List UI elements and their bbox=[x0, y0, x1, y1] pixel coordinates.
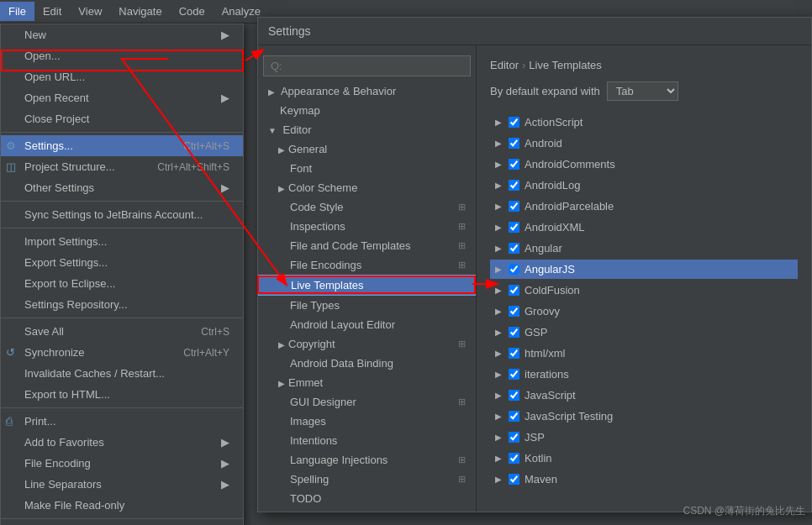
template-group-angular[interactable]: ▶ Angular bbox=[490, 239, 798, 258]
coldfusion-label: ColdFusion bbox=[525, 284, 580, 297]
menu-export-html[interactable]: Export to HTML... bbox=[1, 384, 243, 405]
menu-power-save[interactable]: Power Save Mode bbox=[1, 522, 243, 525]
template-group-html-xml[interactable]: ▶ html/xml bbox=[490, 344, 798, 363]
menu-settings-repo[interactable]: Settings Repository... bbox=[1, 294, 243, 315]
maven-checkbox[interactable] bbox=[509, 474, 519, 485]
menu-sync-jetbrains[interactable]: Sync Settings to JetBrains Account... bbox=[1, 204, 243, 225]
menu-new[interactable]: New ▶ bbox=[1, 24, 243, 45]
settings-item-spelling[interactable]: Spelling ⊞ bbox=[258, 470, 476, 489]
androidparcelable-checkbox[interactable] bbox=[509, 201, 519, 212]
androidlog-checkbox[interactable] bbox=[509, 180, 519, 191]
gsp-checkbox[interactable] bbox=[509, 327, 519, 338]
settings-item-color-scheme[interactable]: ▶Color Scheme bbox=[258, 178, 476, 197]
template-group-javascript[interactable]: ▶ JavaScript bbox=[490, 386, 798, 405]
javascript-checkbox[interactable] bbox=[509, 390, 519, 401]
androidcomments-label: AndroidComments bbox=[525, 158, 615, 171]
settings-item-gui-designer-label: GUI Designer bbox=[278, 396, 356, 408]
angular-checkbox[interactable] bbox=[509, 243, 519, 254]
settings-section-appearance[interactable]: ▶ Appearance & Behavior bbox=[258, 81, 476, 101]
settings-item-android-data-binding[interactable]: Android Data Binding bbox=[258, 354, 476, 373]
settings-item-gui-designer[interactable]: GUI Designer ⊞ bbox=[258, 392, 476, 412]
kotlin-checkbox[interactable] bbox=[509, 453, 519, 464]
menu-code[interactable]: Code bbox=[171, 2, 214, 21]
template-group-coldfusion[interactable]: ▶ ColdFusion bbox=[490, 281, 798, 300]
menu-settings-shortcut: Ctrl+Alt+S bbox=[183, 140, 229, 152]
sync-icon: ↺ bbox=[6, 346, 15, 359]
settings-item-intentions[interactable]: Intentions bbox=[258, 431, 476, 450]
coldfusion-checkbox[interactable] bbox=[509, 285, 519, 296]
settings-item-inspections[interactable]: Inspections ⊞ bbox=[258, 217, 476, 236]
template-group-actionscript[interactable]: ▶ ActionScript bbox=[490, 113, 798, 132]
menu-edit[interactable]: Edit bbox=[34, 2, 70, 21]
menu-other-settings-arrow: ▶ bbox=[221, 181, 229, 194]
groovy-checkbox[interactable] bbox=[509, 306, 519, 317]
menu-add-favorites[interactable]: Add to Favorites ▶ bbox=[1, 432, 243, 453]
settings-item-language-injections[interactable]: Language Injections ⊞ bbox=[258, 450, 476, 470]
settings-item-font[interactable]: Font bbox=[258, 159, 476, 178]
android-checkbox[interactable] bbox=[509, 138, 519, 149]
menu-close-project[interactable]: Close Project bbox=[1, 108, 243, 129]
menu-open-url[interactable]: Open URL... bbox=[1, 66, 243, 87]
settings-item-general[interactable]: ▶General bbox=[258, 139, 476, 159]
menu-export-settings[interactable]: Export Settings... bbox=[1, 252, 243, 273]
menu-navigate[interactable]: Navigate bbox=[110, 2, 170, 21]
template-group-kotlin[interactable]: ▶ Kotlin bbox=[490, 449, 798, 468]
template-group-androidxml[interactable]: ▶ AndroidXML bbox=[490, 218, 798, 237]
menu-other-settings[interactable]: Other Settings ▶ bbox=[1, 177, 243, 198]
template-group-list: ▶ ActionScript ▶ Android ▶ AndroidCommen… bbox=[490, 113, 798, 489]
menu-open-recent[interactable]: Open Recent ▶ bbox=[1, 87, 243, 108]
settings-item-live-templates[interactable]: Live Templates bbox=[258, 275, 476, 296]
javascript-testing-checkbox[interactable] bbox=[509, 411, 519, 422]
menu-settings[interactable]: ⚙ Settings... Ctrl+Alt+S bbox=[1, 135, 243, 156]
template-group-androidcomments[interactable]: ▶ AndroidComments bbox=[490, 155, 798, 174]
settings-item-android-layout[interactable]: Android Layout Editor bbox=[258, 315, 476, 334]
menu-open-label: Open... bbox=[24, 50, 61, 62]
settings-item-code-style[interactable]: Code Style ⊞ bbox=[258, 197, 476, 217]
template-group-jsp[interactable]: ▶ JSP bbox=[490, 428, 798, 447]
menu-view[interactable]: View bbox=[70, 2, 110, 21]
expand-default-select[interactable]: Tab Space Enter bbox=[607, 81, 678, 101]
template-group-maven[interactable]: ▶ Maven bbox=[490, 470, 798, 489]
menu-make-readonly[interactable]: Make File Read-only bbox=[1, 495, 243, 516]
menu-import-settings[interactable]: Import Settings... bbox=[1, 231, 243, 252]
settings-item-file-types[interactable]: File Types bbox=[258, 296, 476, 315]
settings-item-file-encodings[interactable]: File Encodings ⊞ bbox=[258, 255, 476, 275]
template-group-groovy[interactable]: ▶ Groovy bbox=[490, 302, 798, 321]
jsp-checkbox[interactable] bbox=[509, 432, 519, 443]
menu-project-structure[interactable]: ◫ Project Structure... Ctrl+Alt+Shift+S bbox=[1, 156, 243, 177]
menu-project-structure-shortcut: Ctrl+Alt+Shift+S bbox=[157, 161, 229, 173]
menu-line-sep[interactable]: Line Separators ▶ bbox=[1, 474, 243, 495]
settings-item-emmet[interactable]: ▶Emmet bbox=[258, 373, 476, 392]
template-group-android[interactable]: ▶ Android bbox=[490, 134, 798, 153]
template-group-angularjs[interactable]: ▶ AngularJS bbox=[490, 260, 798, 279]
settings-item-images[interactable]: Images bbox=[258, 412, 476, 431]
settings-section-keymap[interactable]: Keymap bbox=[258, 101, 476, 120]
settings-item-file-code-templates[interactable]: File and Code Templates ⊞ bbox=[258, 236, 476, 255]
iterations-checkbox[interactable] bbox=[509, 369, 519, 380]
template-group-javascript-testing[interactable]: ▶ JavaScript Testing bbox=[490, 407, 798, 426]
template-group-androidparcelable[interactable]: ▶ AndroidParcelable bbox=[490, 197, 798, 216]
actionscript-checkbox[interactable] bbox=[509, 117, 519, 128]
maven-label: Maven bbox=[525, 473, 557, 486]
menu-file[interactable]: File bbox=[0, 2, 34, 21]
settings-item-todo[interactable]: TODO bbox=[258, 489, 476, 508]
menu-save-all[interactable]: Save All Ctrl+S bbox=[1, 321, 243, 342]
menu-save-all-shortcut: Ctrl+S bbox=[201, 326, 229, 338]
settings-search-input[interactable] bbox=[263, 55, 471, 76]
androidxml-checkbox[interactable] bbox=[509, 222, 519, 233]
menu-invalidate[interactable]: Invalidate Caches / Restart... bbox=[1, 363, 243, 384]
menu-open[interactable]: Open... bbox=[1, 45, 243, 66]
html-xml-checkbox[interactable] bbox=[509, 348, 519, 359]
settings-section-editor[interactable]: ▼ Editor bbox=[258, 120, 476, 139]
menu-synchronize[interactable]: ↺ Synchronize Ctrl+Alt+Y bbox=[1, 342, 243, 363]
androidcomments-checkbox[interactable] bbox=[509, 159, 519, 170]
template-group-iterations[interactable]: ▶ iterations bbox=[490, 365, 798, 384]
menu-file-encoding[interactable]: File Encoding ▶ bbox=[1, 453, 243, 474]
menu-export-eclipse[interactable]: Export to Eclipse... bbox=[1, 273, 243, 294]
template-group-gsp[interactable]: ▶ GSP bbox=[490, 323, 798, 342]
angularjs-checkbox[interactable] bbox=[509, 264, 519, 275]
menu-print[interactable]: ⎙ Print... bbox=[1, 411, 243, 432]
settings-item-copyright[interactable]: ▶Copyright ⊞ bbox=[258, 334, 476, 354]
template-group-androidlog[interactable]: ▶ AndroidLog bbox=[490, 176, 798, 195]
menu-open-recent-arrow: ▶ bbox=[221, 92, 229, 104]
